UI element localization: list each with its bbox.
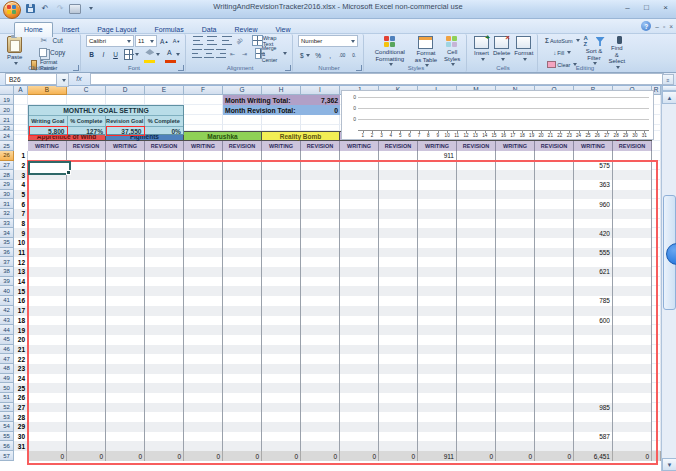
cell-F20[interactable] bbox=[184, 105, 223, 115]
cell-I49[interactable] bbox=[301, 374, 340, 384]
cell-C37[interactable] bbox=[67, 257, 106, 267]
cell-K28[interactable] bbox=[379, 170, 418, 180]
cell-O34[interactable] bbox=[535, 228, 574, 238]
cell-D29[interactable] bbox=[106, 180, 145, 190]
cell-E53[interactable] bbox=[145, 412, 184, 422]
cell-P34[interactable]: 420 bbox=[574, 228, 613, 238]
cell-D53[interactable] bbox=[106, 412, 145, 422]
cell-J48[interactable] bbox=[340, 364, 379, 374]
cell-F32[interactable] bbox=[184, 209, 223, 219]
cell-R52[interactable] bbox=[652, 403, 661, 413]
row-header-42[interactable]: 42 bbox=[0, 306, 14, 316]
cell-R37[interactable] bbox=[652, 257, 661, 267]
cell-R36[interactable] bbox=[652, 248, 661, 258]
cell-F30[interactable] bbox=[184, 190, 223, 200]
row-header-43[interactable]: 43 bbox=[0, 316, 14, 326]
cell-N30[interactable] bbox=[496, 190, 535, 200]
cell-N37[interactable] bbox=[496, 257, 535, 267]
day-cell-27[interactable]: 27 bbox=[14, 403, 28, 413]
cell-Q40[interactable] bbox=[613, 286, 652, 296]
select-all-corner[interactable] bbox=[0, 85, 14, 95]
cell-N29[interactable] bbox=[496, 180, 535, 190]
cell-L56[interactable] bbox=[418, 441, 457, 451]
month-revision-total-value[interactable]: 0 bbox=[301, 105, 340, 115]
row-header-49[interactable]: 49 bbox=[0, 374, 14, 384]
row-header-36[interactable]: 36 bbox=[0, 248, 14, 258]
cell-R26[interactable] bbox=[652, 151, 661, 161]
cell-K50[interactable] bbox=[379, 383, 418, 393]
cell-E54[interactable] bbox=[145, 422, 184, 432]
cell-E29[interactable] bbox=[145, 180, 184, 190]
day-cell-26[interactable]: 26 bbox=[14, 393, 28, 403]
cell-E44[interactable] bbox=[145, 325, 184, 335]
cell-G52[interactable] bbox=[223, 403, 262, 413]
cell-L52[interactable] bbox=[418, 403, 457, 413]
cell-R49[interactable] bbox=[652, 374, 661, 384]
cell-Q45[interactable] bbox=[613, 335, 652, 345]
tab-page-layout[interactable]: Page Layout bbox=[88, 22, 145, 37]
cell-F28[interactable] bbox=[184, 170, 223, 180]
cell-E35[interactable] bbox=[145, 238, 184, 248]
cell-H46[interactable] bbox=[262, 345, 301, 355]
cell-C54[interactable] bbox=[67, 422, 106, 432]
cell-F42[interactable] bbox=[184, 306, 223, 316]
cell-M47[interactable] bbox=[457, 354, 496, 364]
cell-H43[interactable] bbox=[262, 316, 301, 326]
cell-L33[interactable] bbox=[418, 219, 457, 229]
cell-E45[interactable] bbox=[145, 335, 184, 345]
cell-R42[interactable] bbox=[652, 306, 661, 316]
cell-B52[interactable] bbox=[28, 403, 67, 413]
cell-O46[interactable] bbox=[535, 345, 574, 355]
cell-K45[interactable] bbox=[379, 335, 418, 345]
cell-Q41[interactable] bbox=[613, 296, 652, 306]
cell-K46[interactable] bbox=[379, 345, 418, 355]
delete-cells-button[interactable]: × Delete bbox=[491, 35, 512, 62]
cell-M53[interactable] bbox=[457, 412, 496, 422]
cell-O53[interactable] bbox=[535, 412, 574, 422]
cell-K47[interactable] bbox=[379, 354, 418, 364]
cell-J36[interactable] bbox=[340, 248, 379, 258]
cell-Q43[interactable] bbox=[613, 316, 652, 326]
workbook-close-button[interactable]: × bbox=[669, 23, 673, 30]
cell-A21[interactable] bbox=[14, 115, 28, 125]
cell-I45[interactable] bbox=[301, 335, 340, 345]
goal-header-cell[interactable]: % Complete bbox=[68, 115, 107, 126]
cell-J41[interactable] bbox=[340, 296, 379, 306]
cell-F49[interactable] bbox=[184, 374, 223, 384]
cell-P32[interactable] bbox=[574, 209, 613, 219]
cell-B45[interactable] bbox=[28, 335, 67, 345]
expand-formula-bar-button[interactable]: ≡ bbox=[662, 74, 674, 85]
cell-M42[interactable] bbox=[457, 306, 496, 316]
cell-P39[interactable] bbox=[574, 277, 613, 287]
day-cell-1[interactable]: 1 bbox=[14, 151, 28, 161]
name-box[interactable]: B26 bbox=[5, 73, 63, 85]
cell-H36[interactable] bbox=[262, 248, 301, 258]
cell-M50[interactable] bbox=[457, 383, 496, 393]
cell-B31[interactable] bbox=[28, 199, 67, 209]
column-header-F[interactable]: F bbox=[184, 85, 223, 95]
cell-O33[interactable] bbox=[535, 219, 574, 229]
cell-P51[interactable] bbox=[574, 393, 613, 403]
writing-percent-value[interactable]: 127% bbox=[68, 126, 107, 136]
goal-header-cell[interactable]: Revision Goal bbox=[106, 115, 145, 126]
cell-F21[interactable] bbox=[184, 115, 223, 125]
total-cell-D57[interactable]: 0 bbox=[106, 451, 145, 461]
cell-N31[interactable] bbox=[496, 199, 535, 209]
cell-K41[interactable] bbox=[379, 296, 418, 306]
cell-G50[interactable] bbox=[223, 383, 262, 393]
cell-H26[interactable] bbox=[262, 151, 301, 161]
cell-E55[interactable] bbox=[145, 432, 184, 442]
row-header-27[interactable]: 27 bbox=[0, 161, 14, 171]
cell-I28[interactable] bbox=[301, 170, 340, 180]
cell-I52[interactable] bbox=[301, 403, 340, 413]
cell-G35[interactable] bbox=[223, 238, 262, 248]
cell-D40[interactable] bbox=[106, 286, 145, 296]
cell-P54[interactable] bbox=[574, 422, 613, 432]
cell-D43[interactable] bbox=[106, 316, 145, 326]
cell-B32[interactable] bbox=[28, 209, 67, 219]
cell-B49[interactable] bbox=[28, 374, 67, 384]
cell-N52[interactable] bbox=[496, 403, 535, 413]
cell-G33[interactable] bbox=[223, 219, 262, 229]
total-cell-K57[interactable]: 0 bbox=[379, 451, 418, 461]
cell-H35[interactable] bbox=[262, 238, 301, 248]
